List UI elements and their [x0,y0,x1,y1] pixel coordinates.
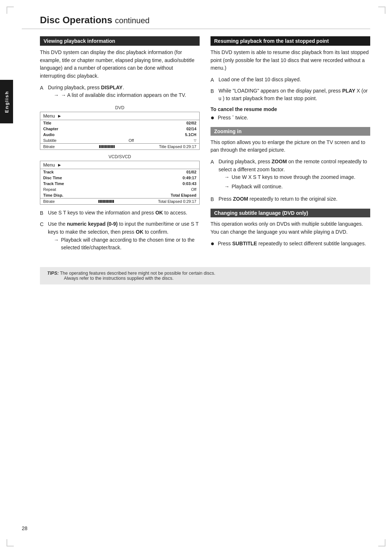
vcd-table-container: VCD/SVCD Menu ▶ Track 01/02 Disc Time 0:… [40,154,200,205]
arrow-item-1: → → A list of available disc information… [54,91,200,99]
vcd-bitrate-bars [98,200,114,203]
vcd-bitrate-row: Bitrate [40,198,199,204]
resuming-header: Resuming playback from the last stopped … [211,36,370,46]
corner-tr [378,7,385,14]
item-b-content: Use S T keys to view the information and… [48,209,200,217]
col-right: Resuming playback from the last stopped … [211,36,370,256]
zoom-arrow-1: → Use W X S T keys to move through the z… [224,173,370,181]
corner-bl [7,539,14,546]
zoom-list-item-b: B Press ZOOM repeatedly to return to the… [211,195,370,204]
zoom-list-item-a: A During playback, press ZOOM on the rem… [211,158,370,192]
subtitle-body: This operation works only on DVDs with m… [211,220,370,236]
dvd-label: DVD [40,105,200,110]
letter-a: A [40,84,46,101]
vcd-label: VCD/SVCD [40,154,200,159]
viewing-body: This DVD system can display the disc pla… [40,49,200,80]
sidebar-tab: English [0,80,13,123]
two-col-layout: Viewing playback information This DVD sy… [22,36,370,256]
zoom-letter-b: B [211,196,216,204]
list-item-c: C Use the numeric keypad (0-9) to input … [40,220,200,253]
vcd-menu-row: Menu ▶ [40,161,199,169]
dvd-row-subtitle: Subtitle Off ▽ [40,138,199,143]
page-title: Disc Operations continued [22,15,370,29]
vcd-row-disctime: Disc Time 0:49:17 [40,175,199,181]
cancel-bullet: ● Press ˉ twice. [211,114,370,122]
zooming-header: Zooming in [211,127,370,136]
zooming-body: This option allows you to enlarge the pi… [211,139,370,154]
col-left: Viewing playback information This DVD sy… [40,36,200,256]
vcd-row-repeat: Repeat Off [40,187,199,192]
right-item-b-content: While "LOADING" appears on the display p… [219,87,370,103]
dvd-row-audio: Audio 5.1CH [40,132,199,138]
dvd-bitrate-row: Bitrate [40,143,199,149]
subtitle-header: Changing subtitle language (DVD only) [211,209,370,217]
right-letter-b: B [211,87,216,103]
item-c-content: Use the numeric keypad (0-9) to input th… [48,220,200,253]
dvd-row-chapter: Chapter 02/14 [40,126,199,132]
page-number: 28 [22,525,28,531]
vcd-row-track: Track 01/02 [40,169,199,175]
right-item-a-content: Load one of the last 10 discs played. [219,76,370,84]
tips-label: TIPS: [47,271,59,276]
item-a-content: During playback, press DISPLAY. → → A li… [48,84,200,101]
tips-box: TIPS: The operating features described h… [40,267,370,284]
letter-c: C [40,221,46,253]
list-item-b: B Use S T keys to view the information a… [40,209,200,217]
vcd-row-tracktime: Track Time 0:03:43 [40,181,199,187]
right-letter-a: A [211,76,216,84]
dvd-row-title: Title 02/02 [40,120,199,126]
tips-line2: Always refer to the instructions supplie… [64,276,173,281]
dvd-table: Menu ▶ Title 02/02 Chapter 02/14 Audio 5… [40,112,200,150]
dvd-table-container: DVD Menu ▶ Title 02/02 Chapter 02/14 [40,105,200,150]
vcd-table: Menu ▶ Track 01/02 Disc Time 0:49:17 Tra… [40,161,200,205]
sidebar-label: English [4,91,9,113]
dvd-bitrate-bars [99,145,115,148]
zoom-item-a-content: During playback, press ZOOM on the remot… [219,158,370,192]
letter-b: B [40,209,46,217]
dvd-menu-row: Menu ▶ [40,112,199,120]
vcd-row-timedisp: Time Disp. Total Elapsed [40,192,199,198]
corner-tl [7,7,14,14]
tips-line1: The operating features described here mi… [60,271,215,276]
arrow-item-c: → Playback will change according to the … [54,236,200,251]
list-item-a: A During playback, press DISPLAY. → → A … [40,84,200,101]
resuming-body: This DVD system is able to resume disc p… [211,49,370,72]
zoom-arrow-2: → Playback will continue. [224,183,370,191]
right-list-item-a: A Load one of the last 10 discs played. [211,76,370,84]
right-list-item-b: B While "LOADING" appears on the display… [211,87,370,103]
page-container: English Disc Operations continued Viewin… [0,0,392,553]
viewing-header: Viewing playback information [40,36,200,46]
zoom-item-b-content: Press ZOOM repeatedly to return to the o… [219,195,370,204]
cancel-header: To cancel the resume mode [211,106,370,112]
corner-br [378,539,385,546]
subtitle-bullet: ● Press SUBTITLE repeatedly to select di… [211,240,370,248]
zoom-letter-a: A [211,158,216,192]
